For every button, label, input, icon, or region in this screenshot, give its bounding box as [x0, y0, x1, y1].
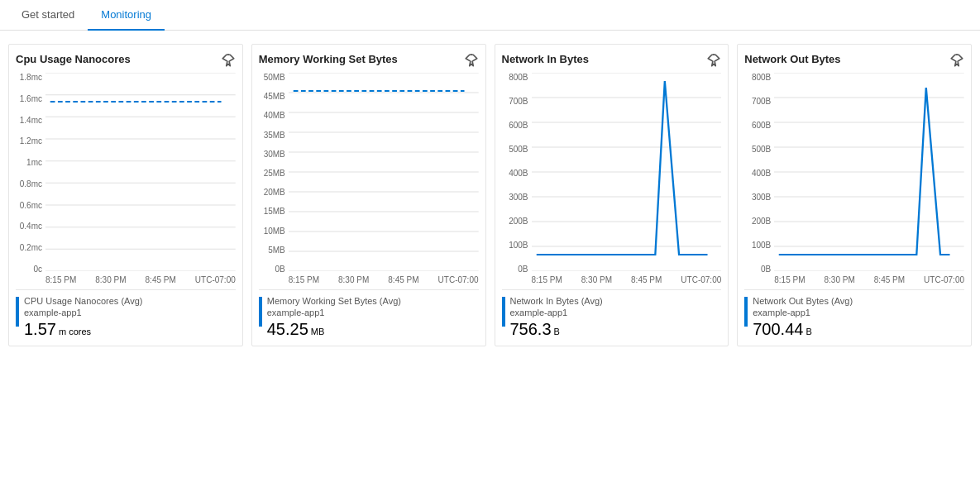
x-axis-network-out: 8:15 PM8:30 PM8:45 PMUTC-07:00: [744, 275, 964, 284]
y-axis-cpu: 1.8mc1.6mc1.4mc1.2mc1mc0.8mc0.6mc0.4mc0.…: [16, 73, 45, 274]
chart-header-network-out: Network Out Bytes: [744, 53, 964, 68]
y-axis-label: 1.8mc: [20, 73, 42, 82]
y-axis-label: 1mc: [26, 158, 42, 167]
chart-header-network-in: Network In Bytes: [502, 53, 722, 68]
y-axis-network-out: 800B700B600B500B400B300B200B100B0B: [744, 73, 774, 274]
y-axis-label: 100B: [509, 241, 528, 250]
legend-value: 700.44 B: [753, 319, 853, 339]
y-axis-label: 0.8mc: [20, 179, 42, 189]
y-axis-label: 300B: [509, 193, 528, 202]
chart-area-memory: 50MB45MB40MB35MB30MB25MB20MB15MB10MB5MB0…: [259, 73, 479, 274]
x-axis-label: 8:30 PM: [825, 275, 855, 284]
y-axis-label: 1.2mc: [20, 136, 42, 146]
y-axis-label: 100B: [752, 241, 771, 250]
y-axis-label: 200B: [509, 217, 528, 226]
y-axis-label: 500B: [509, 145, 528, 154]
x-axis-network-in: 8:15 PM8:30 PM8:45 PMUTC-07:00: [502, 275, 722, 284]
y-axis-label: 40MB: [264, 111, 285, 120]
x-axis-label: 8:15 PM: [289, 275, 319, 284]
y-axis-label: 800B: [752, 73, 771, 82]
x-axis-label: 8:15 PM: [45, 275, 76, 284]
legend-bar: [259, 297, 262, 327]
legend-text: Network Out Bytes (Avg)example-app1700.4…: [753, 295, 853, 339]
y-axis-network-in: 800B700B600B500B400B300B200B100B0B: [502, 73, 532, 274]
legend-network-in: Network In Bytes (Avg)example-app1756.3 …: [502, 289, 722, 339]
chart-title-network-out: Network Out Bytes: [744, 53, 944, 67]
y-axis-label: 25MB: [264, 169, 285, 178]
legend-bar: [502, 297, 505, 327]
pin-icon-network-in[interactable]: [706, 53, 721, 68]
x-axis-label: 8:30 PM: [338, 275, 369, 284]
legend-network-out: Network Out Bytes (Avg)example-app1700.4…: [744, 289, 964, 339]
legend-cpu: CPU Usage Nanocores (Avg)example-app11.5…: [16, 289, 236, 339]
legend-text: Network In Bytes (Avg)example-app1756.3 …: [510, 295, 603, 339]
chart-svg-network-in: [532, 73, 722, 274]
y-axis-label: 0B: [761, 265, 771, 274]
y-axis-label: 0B: [275, 265, 285, 274]
legend-sublabel: example-app1: [267, 307, 401, 318]
legend-value: 756.3 B: [510, 319, 603, 339]
tab-get-started[interactable]: Get started: [8, 0, 88, 31]
y-axis-label: 0c: [33, 265, 42, 274]
y-axis-label: 1.6mc: [20, 94, 42, 103]
legend-label: Network Out Bytes (Avg): [753, 295, 853, 307]
chart-panel-memory: Memory Working Set Bytes 50MB45MB40MB35M…: [251, 44, 486, 346]
legend-bar: [16, 297, 19, 327]
legend-label: Memory Working Set Bytes (Avg): [267, 295, 401, 307]
chart-area-cpu: 1.8mc1.6mc1.4mc1.2mc1mc0.8mc0.6mc0.4mc0.…: [16, 73, 236, 274]
y-axis-label: 1.4mc: [20, 116, 42, 125]
y-axis-label: 30MB: [264, 150, 285, 159]
y-axis-label: 0.4mc: [20, 222, 42, 231]
legend-bar: [744, 297, 748, 327]
pin-icon-network-out[interactable]: [949, 53, 964, 68]
chart-header-memory: Memory Working Set Bytes: [259, 53, 479, 68]
y-axis-label: 0.6mc: [20, 201, 42, 210]
legend-text: Memory Working Set Bytes (Avg)example-ap…: [267, 295, 401, 339]
y-axis-label: 300B: [752, 193, 771, 202]
y-axis-label: 400B: [752, 169, 771, 178]
pin-icon-cpu[interactable]: [221, 53, 236, 68]
y-axis-label: 800B: [509, 73, 528, 82]
y-axis-label: 500B: [752, 145, 771, 154]
legend-memory: Memory Working Set Bytes (Avg)example-ap…: [259, 289, 479, 339]
x-axis-label: 8:30 PM: [95, 275, 126, 284]
chart-panel-network-in: Network In Bytes 800B700B600B500B400B300…: [495, 44, 729, 346]
chart-panel-network-out: Network Out Bytes 800B700B600B500B400B30…: [737, 44, 972, 346]
y-axis-label: 10MB: [264, 227, 285, 236]
legend-value: 1.57 m cores: [24, 319, 142, 339]
x-axis-label: 8:15 PM: [774, 275, 805, 284]
y-axis-label: 400B: [509, 169, 528, 178]
legend-label: CPU Usage Nanocores (Avg): [24, 295, 142, 307]
y-axis-label: 35MB: [264, 131, 285, 140]
y-axis-memory: 50MB45MB40MB35MB30MB25MB20MB15MB10MB5MB0…: [259, 73, 289, 274]
y-axis-label: 20MB: [264, 188, 285, 197]
y-axis-label: 700B: [752, 97, 771, 106]
dashboard: Cpu Usage Nanocores 1.8mc1.6mc1.4mc1.2mc…: [0, 31, 980, 360]
legend-sublabel: example-app1: [24, 307, 142, 318]
legend-value: 45.25 MB: [267, 319, 401, 339]
x-axis-label: UTC-07:00: [438, 275, 479, 284]
y-axis-label: 600B: [509, 121, 528, 130]
tab-monitoring[interactable]: Monitoring: [88, 0, 165, 31]
x-axis-label: 8:15 PM: [532, 275, 562, 284]
y-axis-label: 15MB: [264, 207, 285, 216]
x-axis-label: UTC-07:00: [195, 275, 236, 284]
chart-svg-network-out: [774, 73, 964, 274]
x-axis-cpu: 8:15 PM8:30 PM8:45 PMUTC-07:00: [16, 275, 236, 284]
x-axis-label: UTC-07:00: [681, 275, 721, 284]
pin-icon-memory[interactable]: [464, 53, 479, 68]
y-axis-label: 600B: [752, 121, 771, 130]
y-axis-label: 0B: [518, 265, 528, 274]
x-axis-label: 8:45 PM: [388, 275, 418, 284]
tabs-bar: Get started Monitoring: [0, 0, 980, 31]
chart-area-network-in: 800B700B600B500B400B300B200B100B0B: [502, 73, 722, 274]
chart-title-cpu: Cpu Usage Nanocores: [16, 53, 216, 67]
legend-sublabel: example-app1: [753, 307, 853, 318]
x-axis-label: 8:45 PM: [146, 275, 176, 284]
chart-panel-cpu: Cpu Usage Nanocores 1.8mc1.6mc1.4mc1.2mc…: [8, 44, 243, 346]
x-axis-label: 8:45 PM: [631, 275, 662, 284]
chart-svg-memory: [289, 73, 479, 274]
legend-label: Network In Bytes (Avg): [510, 295, 603, 307]
x-axis-memory: 8:15 PM8:30 PM8:45 PMUTC-07:00: [259, 275, 479, 284]
y-axis-label: 5MB: [268, 246, 285, 255]
